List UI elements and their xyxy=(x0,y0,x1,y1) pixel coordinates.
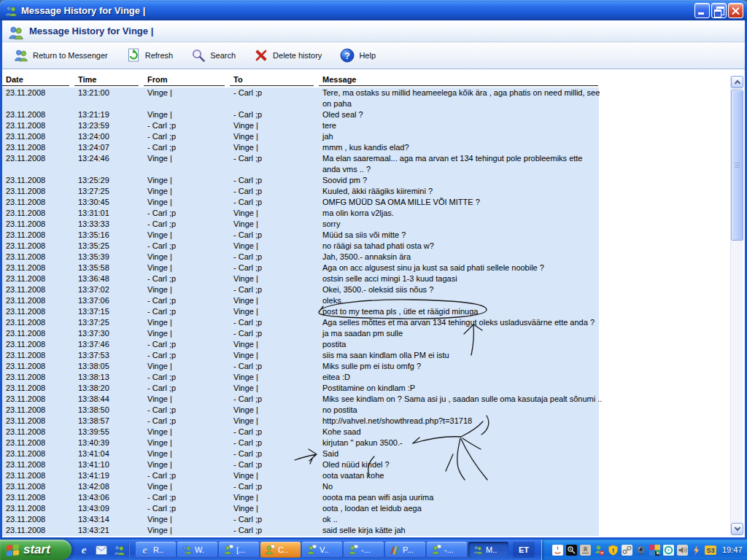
link-icon[interactable] xyxy=(622,545,632,556)
table-row[interactable]: 23.11.200813:40:39Vinge |- Carl ;pkirjut… xyxy=(2,438,599,448)
table-row[interactable]: 23.11.200813:37:15- Carl ;pVinge |post t… xyxy=(2,306,599,317)
task-button-5[interactable]: V.. xyxy=(302,542,342,558)
table-row[interactable]: 23.11.200813:37:06- Carl ;pVinge |oleks. xyxy=(2,295,599,306)
table-row[interactable]: 23.11.200813:39:55Vinge |- Carl ;pKohe s… xyxy=(2,427,599,438)
table-row[interactable]: 23.11.200813:21:00Vinge |- Carl ;pTere, … xyxy=(2,88,599,109)
scrollbar-thumb[interactable] xyxy=(731,90,743,241)
cd-icon[interactable] xyxy=(663,545,674,556)
table-row[interactable]: 23.11.200813:43:09- Carl ;pVinge |oota ,… xyxy=(2,503,599,514)
table-row[interactable]: 23.11.200813:35:39Vinge |- Carl ;pJah, 3… xyxy=(2,252,599,262)
date-cell: 23.11.2008 xyxy=(2,383,74,394)
task-button-3[interactable]: [... xyxy=(219,542,259,558)
s3-icon[interactable]: S3 xyxy=(705,545,716,556)
table-row[interactable]: 23.11.200813:25:29Vinge |- Carl ;pSoovid… xyxy=(2,175,599,186)
from-cell: - Carl ;p xyxy=(144,383,230,394)
messenger-icon[interactable] xyxy=(112,543,125,556)
to-cell: Vinge | xyxy=(230,372,319,383)
table-row[interactable]: 23.11.200813:37:30Vinge |- Carl ;pja ma … xyxy=(2,328,599,339)
volume-icon[interactable] xyxy=(677,545,688,556)
column-header-from[interactable]: From xyxy=(144,75,230,88)
toolbar-button-return-to-messenger[interactable]: Return to Messenger xyxy=(8,45,116,66)
task-button-6[interactable]: -... xyxy=(344,542,384,558)
table-row[interactable]: 23.11.200813:43:14Vinge |- Carl ;pok .. xyxy=(2,514,599,525)
scroll-up-button[interactable] xyxy=(731,76,743,88)
table-row[interactable]: 23.11.200813:23:59- Carl ;pVinge |tere xyxy=(2,120,599,131)
table-row[interactable]: 23.11.200813:38:05Vinge |- Carl ;pMiks s… xyxy=(2,361,599,372)
table-row[interactable]: 23.11.200813:42:08Vinge |- Carl ;pNo xyxy=(2,481,599,492)
scroll-down-button[interactable] xyxy=(731,523,743,535)
task-button-7[interactable]: P... xyxy=(385,542,425,558)
task-button-4[interactable]: C.. xyxy=(260,542,301,558)
table-row[interactable]: 23.11.200813:30:45Vinge |- Carl ;pOMFG M… xyxy=(2,197,599,208)
minimize-button[interactable] xyxy=(694,3,710,18)
table-row[interactable]: 23.11.200813:27:25Vinge |- Carl ;pKuuled… xyxy=(2,186,599,197)
toolbar-button-help[interactable]: ?Help xyxy=(334,45,384,66)
message-cell: ja ma saadan pm sulle xyxy=(319,328,599,339)
table-row[interactable]: 23.11.200813:36:48- Carl ;pVinge |ostsin… xyxy=(2,273,599,284)
column-header-message[interactable]: Message xyxy=(319,75,599,88)
winamp-icon[interactable] xyxy=(691,545,702,556)
security-shield-icon[interactable]: ! xyxy=(608,545,619,556)
table-row[interactable]: 23.11.200813:24:46Vinge |- Carl ;pMa ela… xyxy=(2,153,599,175)
table-row[interactable]: 23.11.200813:41:04Vinge |- Carl ;pSaid xyxy=(2,448,599,459)
task-button-1[interactable]: eR.. xyxy=(136,542,176,558)
to-cell: Vinge | xyxy=(230,383,319,394)
toolbar-button-delete-history[interactable]: Delete history xyxy=(248,45,330,66)
photo-icon[interactable] xyxy=(649,545,660,556)
table-row[interactable]: 23.11.200813:43:06- Carl ;pVinge |ooota … xyxy=(2,492,599,503)
task-button-9[interactable]: M.. xyxy=(468,542,508,558)
table-row[interactable]: 23.11.200813:24:00- Carl ;pVinge |jah xyxy=(2,131,599,142)
webcam-icon[interactable] xyxy=(635,545,646,556)
table-row[interactable]: 23.11.200813:41:10Vinge |- Carl ;pOled n… xyxy=(2,459,599,470)
table-row[interactable]: 23.11.200813:43:21Vinge |- Carl ;psaid s… xyxy=(2,525,599,536)
toolbar-button-refresh[interactable]: Refresh xyxy=(120,45,182,66)
table-row[interactable]: 23.11.200813:37:25Vinge |- Carl ;pAga se… xyxy=(2,317,599,328)
task-button-label: -... xyxy=(444,545,454,554)
close-button[interactable] xyxy=(728,3,743,18)
task-button-2[interactable]: W. xyxy=(177,542,217,558)
internet-explorer-icon[interactable]: e xyxy=(77,543,90,556)
table-row[interactable]: 23.11.200813:24:07- Carl ;pVinge |mmm , … xyxy=(2,142,599,153)
table-row[interactable]: 23.11.200813:38:44Vinge |- Carl ;pMiks s… xyxy=(2,394,599,405)
steam-icon[interactable] xyxy=(566,545,577,556)
from-cell: Vinge | xyxy=(144,361,230,372)
table-row[interactable]: 23.11.200813:33:33- Carl ;pVinge |sorry xyxy=(2,219,599,230)
date-cell: 23.11.2008 xyxy=(2,306,74,317)
vertical-scrollbar[interactable] xyxy=(730,76,743,535)
toolbar-button-label: Delete history xyxy=(273,51,322,60)
restore-button[interactable] xyxy=(711,3,727,18)
table-row[interactable]: 23.11.200813:41:19- Carl ;pVinge |oota v… xyxy=(2,470,599,481)
date-cell: 23.11.2008 xyxy=(2,350,74,361)
toolbar-button-search[interactable]: Search xyxy=(185,45,244,66)
taskbar-clock[interactable]: 19:47 xyxy=(722,545,743,554)
title-bar[interactable]: Message History for Vinge | xyxy=(0,0,747,20)
table-row[interactable]: 23.11.200813:35:58Vinge |- Carl ;pAga on… xyxy=(2,262,599,273)
table-row[interactable]: 23.11.200813:31:01- Carl ;pVinge |ma oli… xyxy=(2,208,599,219)
network-icon[interactable] xyxy=(580,545,591,556)
table-row[interactable]: 23.11.200813:37:53- Carl ;pVinge |siis m… xyxy=(2,350,599,361)
to-cell: Vinge | xyxy=(230,241,319,252)
table-row[interactable]: 23.11.200813:37:46- Carl ;pVinge |postit… xyxy=(2,339,599,350)
mail-icon[interactable] xyxy=(95,543,108,556)
column-header-date[interactable]: Date xyxy=(2,75,74,88)
time-cell: 13:37:02 xyxy=(74,284,144,295)
task-button-8[interactable]: -... xyxy=(427,542,467,558)
from-cell: - Carl ;p xyxy=(144,503,230,514)
table-row[interactable]: 23.11.200813:38:57- Carl ;pVinge |http:/… xyxy=(2,416,599,427)
column-header-to[interactable]: To xyxy=(230,75,319,88)
table-row[interactable]: 23.11.200813:38:50- Carl ;pVinge |no pos… xyxy=(2,405,599,416)
table-row[interactable]: 23.11.200813:35:25- Carl ;pVinge |no rää… xyxy=(2,241,599,252)
language-indicator[interactable]: ET xyxy=(513,542,535,558)
time-cell: 13:37:30 xyxy=(74,328,144,339)
table-row[interactable]: 23.11.200813:38:20- Carl ;pVinge |Postit… xyxy=(2,383,599,394)
messenger-status-icon[interactable] xyxy=(594,545,605,556)
java-icon[interactable] xyxy=(552,545,563,556)
table-row[interactable]: 23.11.200813:38:13- Carl ;pVinge |eitea … xyxy=(2,372,599,383)
table-row[interactable]: 23.11.200813:37:02Vinge |- Carl ;pOkei, … xyxy=(2,284,599,295)
start-button[interactable]: start xyxy=(0,540,71,560)
from-cell: - Carl ;p xyxy=(144,350,230,361)
column-header-time[interactable]: Time xyxy=(74,75,144,88)
table-row[interactable]: 23.11.200813:35:16Vinge |- Carl ;pMüüd s… xyxy=(2,230,599,241)
table-row[interactable]: 23.11.200813:21:19Vinge |- Carl ;pOled s… xyxy=(2,109,599,120)
system-tray: !S3 19:47 xyxy=(541,540,747,560)
